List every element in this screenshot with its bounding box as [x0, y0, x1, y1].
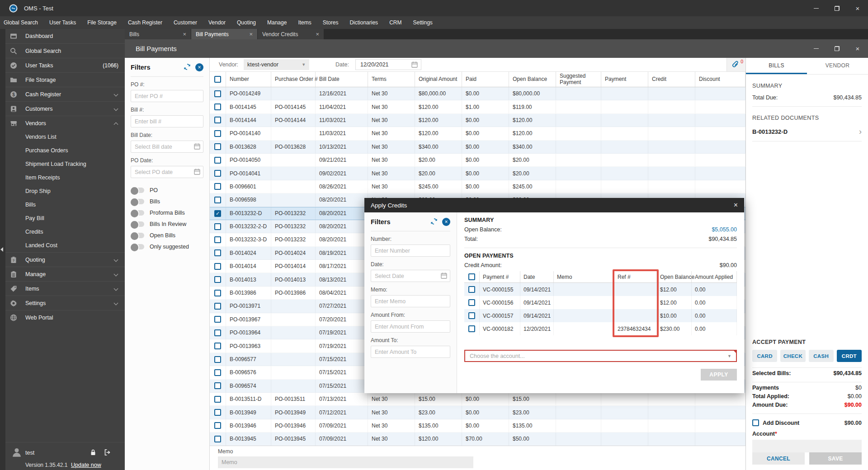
column-header-payment[interactable]: Payment — [601, 72, 648, 87]
menu-item-items[interactable]: Items — [298, 19, 311, 26]
save-button[interactable]: SAVE — [809, 452, 862, 465]
po-link[interactable] — [271, 300, 316, 312]
bill-row[interactable]: B-0013511-DPO-001351107/13/2021Net 30$15… — [210, 393, 745, 406]
row-checkbox[interactable] — [468, 312, 475, 319]
column-header-discount[interactable]: Discount — [695, 72, 745, 87]
filter-input-po-date[interactable] — [131, 166, 203, 178]
po-link[interactable]: PO-0013946 — [271, 419, 316, 432]
sidebar-item-dashboard[interactable]: Dashboard — [5, 29, 125, 43]
inner-restore-button[interactable] — [826, 39, 847, 58]
row-checkbox[interactable] — [214, 369, 221, 376]
row-checkbox[interactable] — [214, 263, 221, 270]
row-checkbox[interactable] — [214, 249, 221, 256]
po-link[interactable]: PO-0013628 — [271, 141, 316, 153]
bill-row[interactable]: B-0014144PO-001414411/03/2021Net 30$120.… — [210, 114, 745, 127]
row-checkbox[interactable] — [214, 103, 221, 110]
select-all-checkbox[interactable] — [468, 273, 475, 280]
attachment-button[interactable]: 0 — [726, 58, 745, 71]
po-link[interactable]: PO-0014145 — [271, 100, 316, 113]
filter-input-bill[interactable] — [131, 115, 203, 127]
sidebar-item-web-portal[interactable]: Web Portal — [5, 310, 125, 324]
po-link[interactable]: PO-0013232 — [271, 233, 316, 246]
row-checkbox[interactable] — [214, 396, 221, 403]
row-checkbox[interactable] — [214, 422, 221, 429]
sidebar-subitem-vendors-list[interactable]: Vendors List — [5, 130, 125, 144]
toggle-switch[interactable] — [131, 221, 144, 227]
tab-bill-payments[interactable]: Bill Payments× — [191, 29, 257, 39]
bill-row[interactable]: B-0014145PO-001414511/04/2021Net 30$120.… — [210, 100, 745, 113]
tab-close-icon[interactable]: × — [249, 31, 253, 38]
column-header-open-balance[interactable]: Open Balance — [657, 271, 692, 282]
po-link[interactable]: PO-0014144 — [271, 114, 316, 127]
calendar-icon[interactable] — [193, 168, 201, 175]
row-checkbox[interactable] — [214, 157, 221, 164]
column-header-number[interactable]: Number — [226, 72, 271, 87]
column-header-purchase-order[interactable]: Purchase Order # — [271, 72, 316, 87]
sidebar-collapse-icon[interactable] — [0, 247, 3, 252]
refresh-icon[interactable] — [430, 218, 439, 226]
sidebar-subitem-credits[interactable]: Credits — [5, 225, 125, 239]
account-input[interactable] — [752, 440, 862, 452]
right-tab-vendor[interactable]: VENDOR — [807, 58, 868, 74]
tab-vendor-credits[interactable]: Vendor Credits× — [258, 29, 324, 39]
column-header-paid[interactable]: Paid — [462, 72, 509, 87]
sidebar-item-manage[interactable]: Manage — [5, 267, 125, 281]
row-checkbox[interactable] — [214, 143, 221, 150]
sidebar-item-global-search[interactable]: Global Search — [5, 43, 125, 58]
tab-close-icon[interactable]: × — [316, 31, 319, 38]
payment-row[interactable]: VC-000015609/14/2021$12.000.00 — [464, 296, 737, 309]
logout-icon[interactable] — [104, 449, 111, 456]
toggle-proforma-bills[interactable]: Proforma Bills — [131, 207, 203, 218]
po-link[interactable] — [271, 193, 316, 206]
po-link[interactable] — [271, 380, 316, 392]
column-header-terms[interactable]: Terms — [368, 72, 415, 87]
payment-method-cash[interactable]: CASH — [809, 350, 834, 362]
row-checkbox[interactable] — [214, 290, 221, 296]
sidebar-subitem-landed-cost[interactable]: Landed Cost — [5, 239, 125, 252]
row-checkbox[interactable] — [214, 356, 221, 363]
row-checkbox[interactable] — [468, 286, 475, 293]
column-header-suggested-payment[interactable]: Suggested Payment — [556, 72, 601, 87]
related-document-link[interactable]: B-0013232-D › — [752, 127, 862, 136]
sidebar-subitem-drop-ship[interactable]: Drop Ship — [5, 184, 125, 198]
menu-item-crm[interactable]: CRM — [389, 19, 401, 26]
account-select[interactable]: Choose the account... ▼ — [464, 350, 737, 362]
toggle-switch[interactable] — [131, 244, 144, 249]
filter-input-po[interactable] — [131, 90, 203, 102]
menu-item-vendor[interactable]: Vendor — [208, 19, 226, 26]
bill-row[interactable]: B-009660108/26/2021Net 30$245.00$0.00$24… — [210, 180, 745, 193]
po-link[interactable]: PO-0014013 — [271, 273, 316, 286]
po-link[interactable]: PO-0013986 — [271, 287, 316, 299]
payment-row[interactable]: VC-000015709/14/2021$10.000.00 — [464, 309, 737, 322]
menu-item-file-storage[interactable]: File Storage — [87, 19, 117, 26]
column-header-open-balance[interactable]: Open Balance — [509, 72, 556, 87]
close-icon[interactable]: × — [195, 63, 203, 71]
cancel-button[interactable]: CANCEL — [752, 452, 805, 465]
restore-button[interactable] — [826, 0, 847, 16]
sidebar-item-file-storage[interactable]: File Storage — [5, 72, 125, 87]
po-link[interactable] — [271, 127, 316, 140]
tab-close-icon[interactable]: × — [183, 31, 186, 38]
sidebar-item-items[interactable]: Items — [5, 281, 125, 296]
bill-row[interactable]: B-0013946PO-001394607/09/2021Net 30$135.… — [210, 419, 745, 432]
sidebar-subitem-bills[interactable]: Bills — [5, 198, 125, 212]
row-checkbox[interactable] — [214, 382, 221, 389]
bill-row[interactable]: B-0013628PO-001362810/13/2021Net 30$340.… — [210, 141, 745, 154]
menu-item-stores[interactable]: Stores — [323, 19, 339, 26]
payment-method-card[interactable]: CARD — [752, 350, 777, 362]
select-all-checkbox[interactable] — [214, 76, 221, 83]
update-now-link[interactable]: Update now — [71, 462, 101, 468]
row-checkbox[interactable] — [214, 316, 221, 323]
column-header-amount-applied[interactable]: Amount Applied — [692, 271, 737, 282]
toggle-switch[interactable] — [131, 199, 144, 204]
po-link[interactable]: PO-0013232 — [271, 220, 316, 233]
payment-method-crdt[interactable]: CRDT — [837, 350, 862, 362]
po-link[interactable]: PO-0013949 — [271, 406, 316, 418]
column-header-original-amount[interactable]: Original Amount — [415, 72, 462, 87]
menu-item-cash-register[interactable]: Cash Register — [128, 19, 162, 26]
sidebar-subitem-purchase-orders[interactable]: Purchase Orders — [5, 144, 125, 157]
date-field[interactable]: 12/20/2021 — [355, 59, 421, 70]
menu-item-dictionaries[interactable]: Dictionaries — [349, 19, 378, 26]
row-checkbox[interactable] — [214, 236, 221, 243]
vendor-select[interactable]: ktest-vendor ▼ — [244, 59, 309, 70]
